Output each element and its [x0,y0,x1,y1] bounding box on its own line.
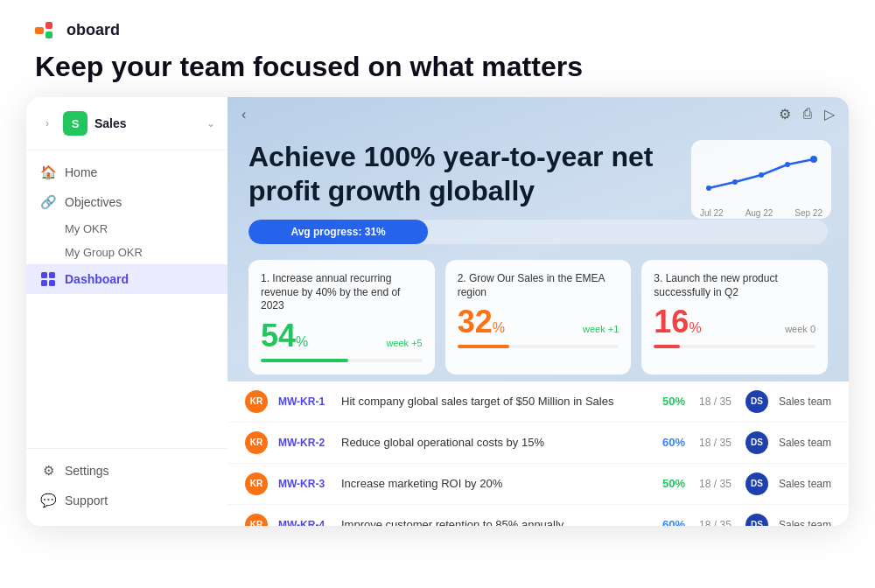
kr-id-1: MW-KR-1 [278,396,331,408]
play-toolbar-icon[interactable]: ▷ [824,106,835,122]
kr-card-1-week: week +5 [386,338,422,352]
kr-badge-2: KR [245,431,268,454]
sidebar-item-home-label: Home [65,165,97,179]
sidebar-item-settings-label: Settings [65,464,109,478]
kr-pct-3: 50% [650,477,685,490]
svg-point-7 [706,186,711,191]
sidebar-item-home[interactable]: 🏠 Home [26,158,228,187]
kr-card-2: 2. Grow Our Sales in the EMEA region 32%… [445,260,632,374]
kr-badge-4: KR [245,514,268,526]
kr-desc-2: Reduce global operational costs by 15% [341,436,640,449]
avg-progress-bar: Avg progress: 31% [248,220,828,244]
sparkline-chart [700,149,822,201]
sidebar-item-settings[interactable]: ⚙ Settings [26,456,228,486]
kr-card-3-progress-bar [654,345,816,348]
kr-card-3-progress-fill [654,345,680,348]
svg-point-8 [732,179,738,185]
workspace-chevron-icon: ⌄ [206,117,215,130]
sidebar-item-dashboard-label: Dashboard [65,272,129,286]
user-avatar-4: DS [746,514,768,526]
svg-rect-3 [41,272,47,278]
sidebar-item-objectives[interactable]: 🔗 Objectives [26,187,228,217]
share-toolbar-icon[interactable]: ⎙ [803,106,812,122]
kr-pct-1: 50% [650,395,685,408]
app-container: › S Sales ⌄ 🏠 Home 🔗 Objectives My OKR M… [26,97,849,526]
home-icon: 🏠 [40,164,56,180]
team-label-4: Sales team [779,519,831,526]
logo-icon [35,22,60,39]
svg-point-9 [759,172,764,178]
kr-card-2-progress-fill [458,345,509,348]
svg-rect-5 [41,280,47,286]
sidebar-item-support-label: Support [65,494,108,508]
sidebar-item-my-okr[interactable]: My OKR [26,217,228,241]
sidebar-item-my-group-okr[interactable]: My Group OKR [26,241,228,264]
svg-rect-1 [46,22,52,29]
kr-card-3-week: week 0 [785,324,816,338]
svg-rect-6 [49,280,55,286]
hero-section: Achieve 100% year-to-year net profit gro… [228,131,849,207]
settings-icon: ⚙ [40,463,56,479]
support-icon: 💬 [40,493,56,508]
table-row[interactable]: KR MW-KR-3 Increase marketing ROI by 20%… [228,464,849,505]
kr-desc-4: Improve customer retention to 85% annual… [341,518,640,526]
workspace-avatar: S [63,111,88,136]
team-label-1: Sales team [779,396,831,408]
avg-progress-fill: Avg progress: 31% [248,220,428,244]
kr-card-1: 1. Increase annual recurring revenue by … [248,260,435,374]
table-row[interactable]: KR MW-KR-4 Improve customer retention to… [228,505,849,526]
kr-card-2-bottom: 32% week +1 [458,306,620,338]
sidebar-collapse-button[interactable]: › [38,115,56,132]
svg-rect-4 [49,272,55,278]
main-content: ‹ ⚙ ⎙ ▷ Achieve 100% year-to-year net pr… [228,97,849,526]
dashboard-icon [40,271,56,287]
team-label-3: Sales team [779,478,831,490]
sidebar-item-my-group-okr-label: My Group OKR [65,246,143,259]
kr-card-1-bottom: 54% week +5 [261,320,423,352]
table-section: KR MW-KR-1 Hit company global sales targ… [228,382,849,526]
hero-title: Keep your team focused on what matters [35,50,840,83]
kr-ratio-1: 18 / 35 [696,396,735,408]
toolbar-right: ⚙ ⎙ ▷ [779,106,835,122]
kr-card-1-percent: 54% [261,320,308,352]
table-row[interactable]: KR MW-KR-1 Hit company global sales targ… [228,382,849,423]
sidebar: › S Sales ⌄ 🏠 Home 🔗 Objectives My OKR M… [26,97,228,526]
kr-badge-3: KR [245,472,268,495]
objectives-icon: 🔗 [40,194,56,210]
svg-rect-2 [46,32,52,38]
kr-card-3-percent: 16% [654,306,701,338]
kr-id-2: MW-KR-2 [278,437,331,449]
progress-section: Avg progress: 31% [228,207,849,253]
kr-ratio-4: 18 / 35 [696,519,735,526]
user-avatar-3: DS [746,472,768,495]
user-avatar-2: DS [746,431,768,454]
table-row[interactable]: KR MW-KR-2 Reduce global operational cos… [228,423,849,464]
kr-card-3: 3. Launch the new product successfully i… [641,260,828,374]
kr-desc-3: Increase marketing ROI by 20% [341,477,640,490]
kr-card-2-percent: 32% [458,306,505,338]
kr-id-4: MW-KR-4 [278,519,331,526]
kr-card-2-progress-bar [458,345,620,348]
workspace-name: Sales [94,116,200,130]
kr-card-3-title: 3. Launch the new product successfully i… [654,272,816,299]
kr-cards: 1. Increase annual recurring revenue by … [228,253,849,382]
kr-ratio-2: 18 / 35 [696,437,735,449]
svg-point-10 [785,162,790,167]
top-header: oboard Keep your team focused on what ma… [0,0,875,97]
kr-desc-1: Hit company global sales target of $50 M… [341,395,640,408]
sidebar-item-support[interactable]: 💬 Support [26,486,228,515]
nav-section: 🏠 Home 🔗 Objectives My OKR My Group OKR [26,150,228,448]
kr-card-1-progress-fill [261,359,348,362]
sidebar-item-objectives-label: Objectives [65,195,122,209]
avg-progress-label: Avg progress: 31% [290,226,385,238]
sidebar-item-my-okr-label: My OKR [65,222,108,235]
settings-toolbar-icon[interactable]: ⚙ [779,106,791,122]
kr-badge-1: KR [245,390,268,413]
kr-card-3-bottom: 16% week 0 [654,306,816,338]
kr-card-1-title: 1. Increase annual recurring revenue by … [261,272,423,313]
sidebar-item-dashboard[interactable]: Dashboard [26,264,228,294]
svg-rect-0 [35,27,44,34]
back-button[interactable]: ‹ [242,107,246,122]
kr-card-2-title: 2. Grow Our Sales in the EMEA region [458,272,620,299]
kr-id-3: MW-KR-3 [278,478,331,490]
